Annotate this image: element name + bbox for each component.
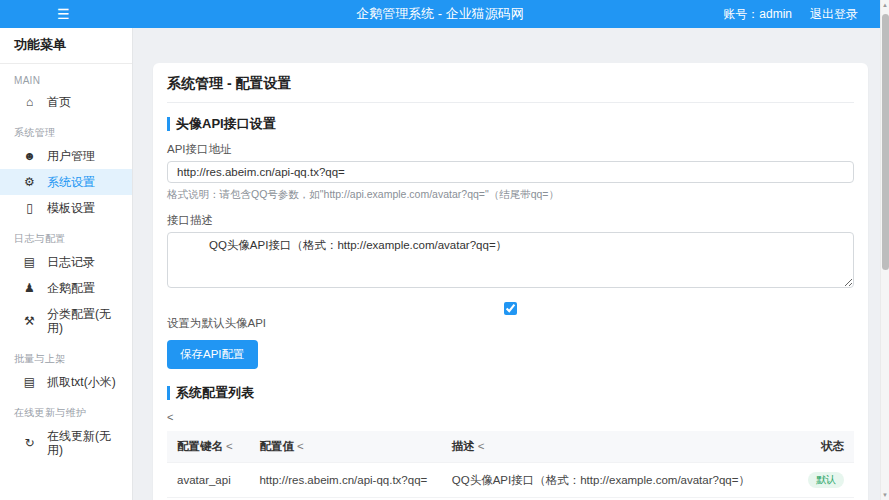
sidebar-item-template-settings[interactable]: ▯ 模板设置 — [0, 195, 132, 221]
account-label: 账号：admin — [723, 6, 792, 23]
api-description-label: 接口描述 — [167, 213, 854, 228]
sidebar-section-system: 系统管理 — [0, 126, 132, 140]
sidebar-item-label: 企鹅配置 — [47, 281, 95, 295]
sidebar-item-fetch-txt[interactable]: ▤ 抓取txt(小米) — [0, 369, 132, 395]
sidebar-section-batch: 批量与上架 — [0, 352, 132, 366]
sidebar-item-penguin-config[interactable]: ♟ 企鹅配置 — [0, 275, 132, 301]
config-settings-card: 系统管理 - 配置设置 头像API接口设置 API接口地址 格式说明：请包含QQ… — [153, 63, 868, 500]
sidebar-item-label: 系统设置 — [47, 175, 95, 189]
sidebar-item-label: 模板设置 — [47, 201, 95, 215]
avatar-api-section-title: 头像API接口设置 — [176, 115, 276, 133]
top-header: ☰ 企鹅管理系统 - 企业猫源码网 账号：admin 退出登录 — [0, 0, 880, 28]
avatar-api-section-header: 头像API接口设置 — [167, 115, 854, 133]
column-header-value[interactable]: 配置值< — [249, 431, 441, 463]
sidebar-item-label: 在线更新(无用) — [47, 429, 124, 457]
default-avatar-label: 设置为默认头像API — [167, 316, 854, 331]
api-description-textarea[interactable]: QQ头像API接口（格式：http://example.com/avatar?q… — [167, 232, 854, 288]
config-list-section-title: 系统配置列表 — [176, 384, 254, 402]
sidebar-item-label: 用户管理 — [47, 149, 95, 163]
log-file-icon: ▤ — [23, 255, 36, 269]
gear-icon: ⚙ — [23, 175, 36, 189]
sidebar-item-label: 抓取txt(小米) — [47, 375, 116, 389]
sort-indicator: < — [226, 440, 233, 452]
cell-config-desc: QQ头像API接口（格式：http://example.com/avatar?q… — [442, 463, 772, 498]
sort-indicator: < — [297, 440, 304, 452]
sidebar-item-label: 日志记录 — [47, 255, 95, 269]
sidebar-section-logs: 日志与配置 — [0, 232, 132, 246]
sort-indicator: < — [478, 440, 485, 452]
stray-angle-bracket: < — [167, 411, 854, 423]
app-title: 企鹅管理系统 - 企业猫源码网 — [356, 5, 524, 23]
update-icon: ↻ — [23, 436, 36, 450]
sidebar-title: 功能菜单 — [0, 28, 132, 64]
sidebar-item-log-records[interactable]: ▤ 日志记录 — [0, 249, 132, 275]
sidebar-item-home[interactable]: ⌂ 首页 — [0, 89, 132, 115]
header-account-area: 账号：admin 退出登录 — [723, 6, 858, 23]
config-list-section-header: 系统配置列表 — [167, 384, 854, 402]
table-row: avatar_api http://res.abeim.cn/api-qq.tx… — [167, 463, 854, 498]
column-header-status: 状态 — [772, 431, 854, 463]
logout-link[interactable]: 退出登录 — [810, 6, 858, 23]
menu-toggle-icon[interactable]: ☰ — [57, 7, 70, 21]
scroll-down-icon[interactable]: ▼ — [881, 492, 889, 498]
api-format-hint: 格式说明：请包含QQ号参数，如"http://api.example.com/a… — [167, 188, 854, 202]
api-address-label: API接口地址 — [167, 142, 854, 157]
sidebar-item-category-config[interactable]: ⚒ 分类配置(无用) — [0, 301, 132, 341]
default-avatar-checkbox-row — [167, 299, 854, 314]
user-icon: ☻ — [23, 149, 36, 163]
column-header-desc[interactable]: 描述< — [442, 431, 772, 463]
cell-config-value: http://res.abeim.cn/api-qq.tx?qq= — [249, 463, 441, 498]
sidebar-item-label: 分类配置(无用) — [47, 307, 124, 335]
home-icon: ⌂ — [23, 95, 36, 109]
tools-icon: ⚒ — [23, 314, 36, 328]
column-header-key[interactable]: 配置键名< — [167, 431, 249, 463]
section-accent-bar — [167, 117, 170, 131]
scrollbar-thumb[interactable] — [882, 14, 889, 270]
section-accent-bar — [167, 386, 170, 400]
sidebar: 功能菜单 MAIN ⌂ 首页 系统管理 ☻ 用户管理 ⚙ 系统设置 ▯ 模板设置… — [0, 28, 133, 500]
sidebar-item-system-settings[interactable]: ⚙ 系统设置 — [0, 169, 132, 195]
save-api-config-button[interactable]: 保存API配置 — [167, 340, 258, 369]
sidebar-item-online-update[interactable]: ↻ 在线更新(无用) — [0, 423, 132, 463]
scroll-up-icon[interactable]: ▲ — [881, 2, 889, 8]
main-content: 系统管理 - 配置设置 头像API接口设置 API接口地址 格式说明：请包含QQ… — [133, 28, 880, 500]
template-icon: ▯ — [23, 201, 36, 215]
table-header-row: 配置键名< 配置值< 描述< 状态 — [167, 431, 854, 463]
status-badge: 默认 — [808, 472, 844, 488]
default-avatar-checkbox[interactable] — [504, 302, 517, 315]
sidebar-item-label: 首页 — [47, 95, 71, 109]
cell-config-status: 默认 — [772, 463, 854, 498]
sidebar-section-main: MAIN — [0, 75, 132, 86]
config-table: 配置键名< 配置值< 描述< 状态 avatar_api http:/ — [167, 431, 854, 498]
cell-config-key: avatar_api — [167, 463, 249, 498]
penguin-icon: ♟ — [23, 281, 36, 295]
page-title: 系统管理 - 配置设置 — [167, 75, 854, 103]
sidebar-item-user-management[interactable]: ☻ 用户管理 — [0, 143, 132, 169]
sidebar-section-update: 在线更新与维护 — [0, 406, 132, 420]
file-icon: ▤ — [23, 375, 36, 389]
scrollbar[interactable]: ▲ ▼ — [880, 0, 889, 500]
api-address-input[interactable] — [167, 161, 854, 183]
